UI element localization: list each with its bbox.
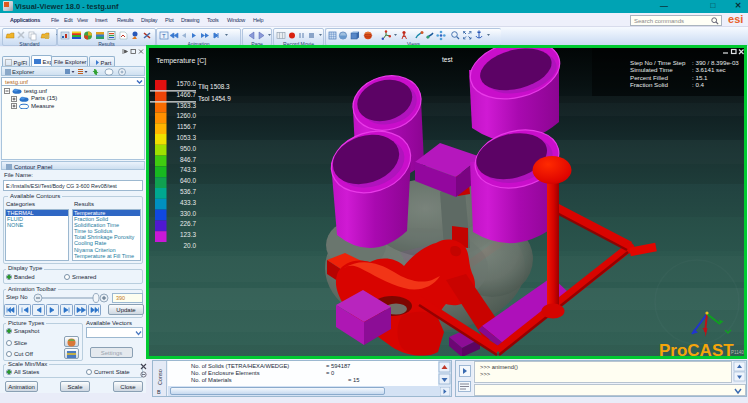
svg-text:: 3.6141 sec: : 3.6141 sec bbox=[692, 66, 726, 73]
svg-text:test: test bbox=[442, 56, 453, 63]
svg-text:Fraction Solid: Fraction Solid bbox=[630, 81, 668, 88]
svg-text:Simulated Time: Simulated Time bbox=[630, 66, 673, 73]
svg-text:: 0.4: : 0.4 bbox=[692, 81, 705, 88]
svg-text:T: T bbox=[162, 33, 166, 39]
svg-text:950.0: 950.0 bbox=[180, 145, 196, 152]
svg-text:Conso: Conso bbox=[157, 369, 163, 385]
svg-text:536.7: 536.7 bbox=[180, 188, 196, 195]
svg-text:B: B bbox=[157, 389, 161, 395]
svg-text:1053.3: 1053.3 bbox=[176, 134, 196, 141]
svg-text:640.0: 640.0 bbox=[180, 177, 196, 184]
svg-text:226.7: 226.7 bbox=[180, 220, 196, 227]
svg-text:Temperature [C]: Temperature [C] bbox=[156, 57, 206, 65]
svg-text:Step No / Time Step: Step No / Time Step bbox=[630, 59, 686, 66]
svg-text:esi: esi bbox=[728, 13, 743, 25]
svg-text:20.0: 20.0 bbox=[184, 242, 197, 249]
svg-text:1570.0: 1570.0 bbox=[176, 80, 196, 87]
svg-text:1260.0: 1260.0 bbox=[176, 112, 196, 119]
svg-text:1363.3: 1363.3 bbox=[176, 102, 196, 109]
svg-text:: 390 / 8.399e-03: : 390 / 8.399e-03 bbox=[692, 59, 739, 66]
svg-text:Tsol 1454.9: Tsol 1454.9 bbox=[198, 95, 231, 102]
svg-text:743.3: 743.3 bbox=[180, 166, 196, 173]
svg-text:123.3: 123.3 bbox=[180, 231, 196, 238]
svg-text:1156.7: 1156.7 bbox=[177, 123, 197, 130]
svg-text:1466.7: 1466.7 bbox=[176, 91, 196, 98]
svg-text:433.3: 433.3 bbox=[180, 199, 196, 206]
svg-text:Tliq 1508.3: Tliq 1508.3 bbox=[198, 83, 230, 91]
svg-text:Percent Filled: Percent Filled bbox=[630, 74, 668, 81]
svg-text:P1140: P1140 bbox=[731, 350, 744, 355]
svg-text:330.0: 330.0 bbox=[180, 210, 196, 217]
svg-text:: 15.1: : 15.1 bbox=[692, 74, 708, 81]
svg-text:846.7: 846.7 bbox=[180, 156, 196, 163]
